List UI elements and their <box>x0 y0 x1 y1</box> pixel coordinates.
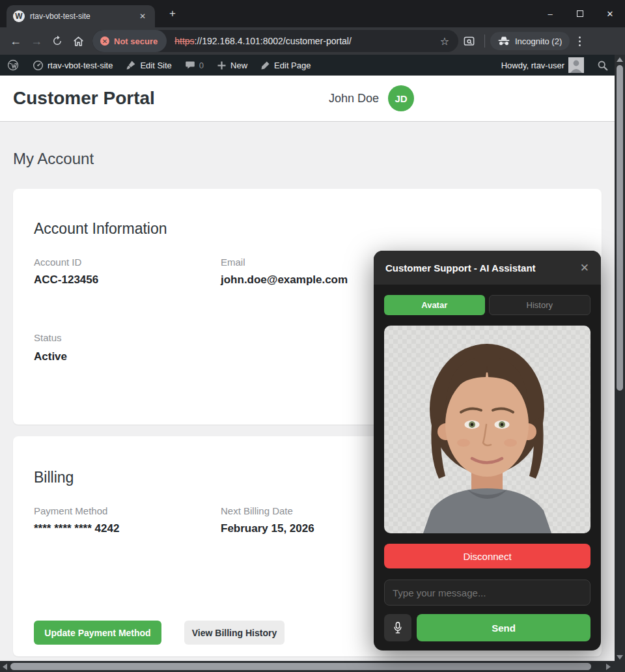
security-badge[interactable]: ✕ Not secure <box>92 30 167 52</box>
chat-tabs: Avatar History <box>384 295 590 315</box>
page-title: Customer Portal <box>13 76 155 121</box>
field-value-status: Active <box>34 350 67 363</box>
wp-edit-site-label: Edit Site <box>140 61 171 70</box>
pencil-icon <box>260 61 270 70</box>
update-payment-method-button[interactable]: Update Payment Method <box>34 621 161 645</box>
user-avatar: JD <box>388 85 414 111</box>
chat-widget-header[interactable]: Customer Support - AI Assistant ✕ <box>374 251 601 285</box>
window-close-button[interactable]: ✕ <box>595 0 625 27</box>
microphone-button[interactable] <box>384 614 411 641</box>
field-value-payment-method: **** **** **** 4242 <box>34 522 119 535</box>
browser-tab-bar: W rtav-vbot-test-site ✕ + – ✕ <box>0 0 625 27</box>
search-icon <box>597 60 608 71</box>
user-name: John Doe <box>329 92 379 105</box>
window-controls: – ✕ <box>535 0 625 27</box>
wordpress-logo-icon <box>7 59 20 72</box>
field-label-payment-method: Payment Method <box>34 505 107 516</box>
wp-edit-page[interactable]: Edit Page <box>254 55 317 76</box>
tab-title: rtav-vbot-test-site <box>30 12 132 21</box>
horizontal-scrollbar-thumb[interactable] <box>10 663 591 670</box>
scroll-left-arrow-icon[interactable] <box>3 664 7 670</box>
browser-menu-button[interactable] <box>570 31 589 51</box>
security-badge-label: Not secure <box>114 36 158 46</box>
url-rest: ://192.168.4.101:8002/customer-portal/ <box>195 36 352 46</box>
wp-search-button[interactable] <box>590 55 615 76</box>
field-label-status: Status <box>34 332 62 343</box>
wp-comments-count: 0 <box>199 61 204 70</box>
section-title: My Account <box>13 150 94 168</box>
wp-new-menu[interactable]: New <box>210 55 254 76</box>
view-billing-history-button[interactable]: View Billing History <box>184 621 285 645</box>
wp-account-menu[interactable]: Howdy, rtav-user <box>495 55 590 76</box>
address-bar[interactable]: ✕ Not secure https://192.168.4.101:8002/… <box>92 30 458 52</box>
disconnect-button[interactable]: Disconnect <box>384 544 590 568</box>
incognito-badge[interactable]: Incognito (2) <box>490 32 570 50</box>
field-label-next-billing-date: Next Billing Date <box>221 505 293 516</box>
back-button[interactable]: ← <box>5 31 26 51</box>
vertical-scrollbar[interactable] <box>615 55 625 672</box>
tab-avatar[interactable]: Avatar <box>384 295 485 315</box>
browser-toolbar: ← → ✕ Not secure https://192.168.4.101:8… <box>0 27 625 55</box>
portal-header: Customer Portal John Doe JD <box>0 76 615 121</box>
microphone-icon <box>392 621 404 634</box>
account-card-title: Account Information <box>34 220 167 238</box>
home-button[interactable] <box>68 31 89 51</box>
user-menu[interactable]: John Doe JD <box>329 76 414 121</box>
plus-icon <box>217 61 227 70</box>
reload-icon <box>51 35 63 47</box>
wp-logo-menu[interactable] <box>0 55 26 76</box>
horizontal-scrollbar[interactable] <box>0 661 615 672</box>
field-value-email: john.doe@example.com <box>221 273 348 287</box>
incognito-icon <box>498 36 510 46</box>
url-text[interactable]: https://192.168.4.101:8002/customer-port… <box>174 36 352 46</box>
wp-edit-page-label: Edit Page <box>274 61 311 70</box>
dashboard-gauge-icon <box>33 60 44 71</box>
paintbrush-icon <box>126 60 136 70</box>
side-panel-button[interactable] <box>458 31 479 51</box>
new-tab-button[interactable]: + <box>165 7 180 21</box>
billing-card-title: Billing <box>34 469 74 486</box>
wp-comments[interactable]: 0 <box>178 55 210 76</box>
wordpress-favicon-icon: W <box>13 10 25 22</box>
forward-button[interactable]: → <box>26 31 47 51</box>
minimize-button[interactable]: – <box>535 0 565 27</box>
chat-close-icon[interactable]: ✕ <box>580 261 589 275</box>
ai-avatar-face <box>384 326 590 533</box>
incognito-label: Incognito (2) <box>515 36 562 46</box>
home-icon <box>72 35 85 48</box>
wp-howdy-text: Howdy, rtav-user <box>501 61 564 70</box>
maximize-button[interactable] <box>565 0 595 27</box>
wp-site-name: rtav-vbot-test-site <box>48 61 113 70</box>
side-panel-search-icon <box>463 35 475 48</box>
chat-widget: Customer Support - AI Assistant ✕ Avatar… <box>374 251 601 651</box>
tab-history[interactable]: History <box>489 295 591 315</box>
wp-admin-bar: rtav-vbot-test-site Edit Site 0 New Edit… <box>0 55 615 76</box>
maximize-icon <box>577 10 583 17</box>
message-input[interactable] <box>384 580 590 606</box>
scroll-right-arrow-icon[interactable] <box>606 664 611 670</box>
wp-site-menu[interactable]: rtav-vbot-test-site <box>26 55 119 76</box>
toolbar-divider <box>484 35 485 48</box>
wp-edit-site[interactable]: Edit Site <box>119 55 178 76</box>
not-secure-icon: ✕ <box>100 36 109 46</box>
browser-tab[interactable]: W rtav-vbot-test-site ✕ <box>7 5 155 27</box>
ai-avatar-video <box>384 326 590 533</box>
wp-new-label: New <box>230 61 247 70</box>
scroll-up-arrow-icon[interactable] <box>617 57 623 62</box>
comment-bubble-icon <box>185 60 195 70</box>
bookmark-star-icon[interactable]: ☆ <box>440 35 458 48</box>
send-button[interactable]: Send <box>417 614 590 641</box>
tab-close-icon[interactable]: ✕ <box>137 10 148 22</box>
field-label-email: Email <box>221 257 245 268</box>
field-label-account-id: Account ID <box>34 257 81 268</box>
vertical-scrollbar-thumb[interactable] <box>617 65 623 391</box>
wp-user-avatar <box>568 57 584 73</box>
chat-actions-row: Send <box>384 614 590 641</box>
field-value-next-billing-date: February 15, 2026 <box>221 522 314 535</box>
url-scheme: https <box>174 36 194 46</box>
chat-widget-title: Customer Support - AI Assistant <box>385 262 536 273</box>
chat-widget-body: Avatar History <box>374 285 601 652</box>
field-value-account-id: ACC-123456 <box>34 273 98 287</box>
scroll-down-arrow-icon[interactable] <box>617 655 623 660</box>
reload-button[interactable] <box>47 31 68 51</box>
